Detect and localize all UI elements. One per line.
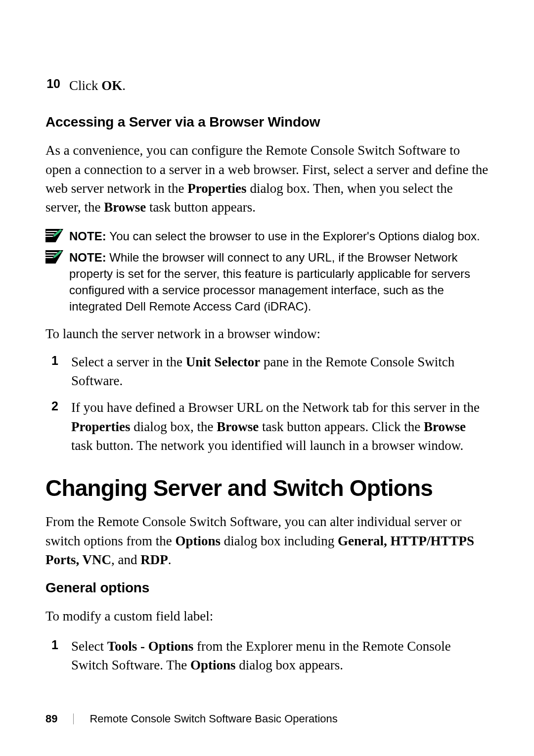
page: 10 Click OK. Accessing a Server via a Br… <box>0 0 534 674</box>
text: . <box>122 78 126 93</box>
step-text: Select Tools - Options from the Explorer… <box>71 637 489 675</box>
note-icon <box>45 229 63 242</box>
note-text: NOTE: While the browser will connect to … <box>69 249 489 314</box>
paragraph: To launch the server network in a browse… <box>45 324 489 343</box>
bold: OK <box>101 78 122 93</box>
text: While the browser will connect to any UR… <box>69 251 470 313</box>
text: dialog box appears. <box>236 658 343 672</box>
step-10: 10 Click OK. <box>45 77 489 94</box>
step-2: 2 If you have defined a Browser URL on t… <box>45 398 489 455</box>
note-2: NOTE: While the browser will connect to … <box>45 249 489 314</box>
text: . <box>168 552 172 567</box>
note-icon <box>45 250 63 264</box>
heading-general-options: General options <box>45 580 489 596</box>
text: task button appears. <box>146 200 256 215</box>
text: dialog box including <box>221 534 338 548</box>
bold: Unit Selector <box>186 355 261 369</box>
step-number: 2 <box>45 398 71 455</box>
heading-changing: Changing Server and Switch Options <box>45 475 489 501</box>
bold: Browse <box>217 419 259 434</box>
step-g1: 1 Select Tools - Options from the Explor… <box>45 637 489 675</box>
step-text: Click OK. <box>69 77 126 94</box>
note-text: NOTE: You can select the browser to use … <box>69 228 480 244</box>
text: dialog box, the <box>130 419 217 434</box>
bold: Properties <box>71 419 130 434</box>
note-label: NOTE: <box>69 251 109 264</box>
paragraph: From the Remote Console Switch Software,… <box>45 512 489 569</box>
bold: Options <box>190 658 236 672</box>
note-1: NOTE: You can select the browser to use … <box>45 228 489 244</box>
text: Select a server in the <box>71 355 186 369</box>
text: task button appears. Click the <box>259 419 424 434</box>
bold: Browse <box>424 419 466 434</box>
text: , and <box>111 552 140 567</box>
step-number: 1 <box>45 637 71 675</box>
text: Click <box>69 78 101 93</box>
bold: Tools - Options <box>107 639 194 654</box>
paragraph: To modify a custom field label: <box>45 607 489 625</box>
note-label: NOTE: <box>69 229 109 243</box>
step-text: Select a server in the Unit Selector pan… <box>71 353 489 391</box>
paragraph: As a convenience, you can configure the … <box>45 141 489 217</box>
text: Select <box>71 639 107 654</box>
bold: Browse <box>104 200 146 215</box>
bold: Options <box>175 534 221 548</box>
page-footer: 89 Remote Console Switch Software Basic … <box>45 712 338 725</box>
text: If you have defined a Browser URL on the… <box>71 400 480 415</box>
bold: RDP <box>140 552 168 567</box>
text: You can select the browser to use in the… <box>109 229 480 243</box>
bold: Properties <box>187 181 246 196</box>
text: task button. The network you identified … <box>71 438 463 453</box>
step-1: 1 Select a server in the Unit Selector p… <box>45 353 489 391</box>
page-number: 89 <box>45 712 57 725</box>
footer-separator <box>73 713 74 724</box>
footer-title: Remote Console Switch Software Basic Ope… <box>89 712 337 725</box>
heading-accessing: Accessing a Server via a Browser Window <box>45 114 489 130</box>
step-number: 1 <box>45 353 71 391</box>
step-text: If you have defined a Browser URL on the… <box>71 398 489 455</box>
step-number: 10 <box>45 77 69 94</box>
